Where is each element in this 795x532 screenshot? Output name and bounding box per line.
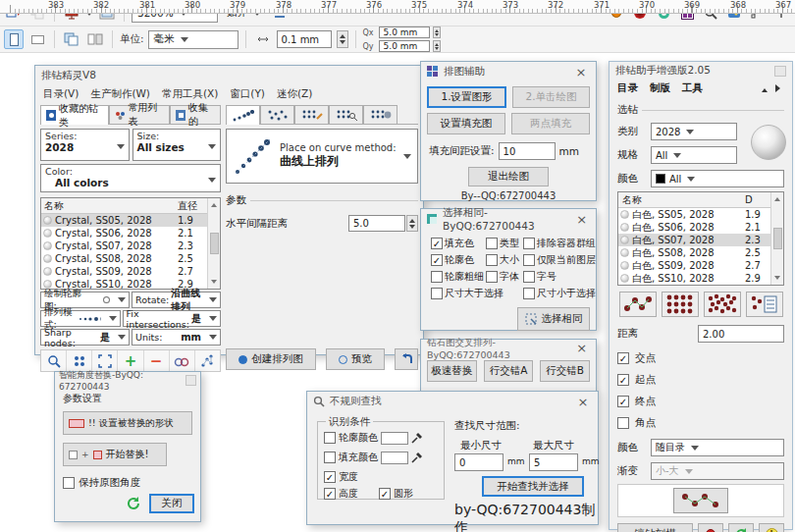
check-current-layer[interactable]: 仅限当前图层 xyxy=(523,253,596,267)
spec-combo[interactable]: All xyxy=(651,146,737,164)
fill-dots-mode-button[interactable] xyxy=(704,292,741,317)
unit-combo[interactable]: 毫米 xyxy=(148,30,238,49)
spacing-field[interactable]: 5.0 xyxy=(348,215,405,232)
dots-list-mode-button[interactable] xyxy=(746,292,783,317)
min-size-field[interactable]: 0 xyxy=(454,453,504,471)
tab-grid-edit-arrange[interactable] xyxy=(294,105,329,124)
table-row[interactable]: Crystal, SS07, 20282.3 xyxy=(41,239,207,252)
menu-item-window[interactable]: 窗口(Y) xyxy=(230,87,265,101)
set-fill-button[interactable]: 设置填充图 xyxy=(427,113,505,134)
checkbox[interactable] xyxy=(617,417,629,429)
checkbox[interactable] xyxy=(324,432,336,444)
checkbox[interactable] xyxy=(617,396,629,407)
close-icon[interactable] xyxy=(186,375,196,386)
check-fill-color[interactable]: 填充色 xyxy=(431,237,474,250)
dot-color-combo[interactable]: 随目录 xyxy=(651,439,784,456)
checkbox[interactable] xyxy=(431,238,443,249)
grid-dots-mode-button[interactable] xyxy=(662,292,699,317)
checkbox[interactable] xyxy=(523,288,535,299)
checkbox[interactable] xyxy=(617,374,629,386)
refresh-icon[interactable] xyxy=(126,497,141,510)
nudge-field[interactable]: 0.1 mm xyxy=(277,30,332,48)
table-header[interactable]: 名称 直径 xyxy=(41,198,207,214)
check-font-size[interactable]: 字号 xyxy=(523,270,556,284)
tab-favorite-drills[interactable]: 收藏的钻类 xyxy=(40,105,109,125)
check-larger-than[interactable]: 尺寸大于选择 xyxy=(431,287,504,300)
warning-button[interactable]: ! xyxy=(759,523,784,532)
check-fill-color[interactable]: 填充颜色 xyxy=(324,451,422,464)
duplicate-y-field[interactable]: 5.0 mm xyxy=(379,40,430,52)
menu-item-production[interactable]: 生产制作(W) xyxy=(90,87,150,101)
check-height[interactable]: 高度 xyxy=(324,487,358,501)
curve-dots-mode-button[interactable] xyxy=(619,292,657,317)
table-scrollbar[interactable] xyxy=(770,192,783,285)
table-header[interactable]: 名称 D xyxy=(618,192,770,208)
units-combo[interactable]: Units:mm xyxy=(132,329,221,346)
color-combo[interactable]: All xyxy=(651,170,784,187)
menu-item-tools[interactable]: 工具 xyxy=(682,81,703,95)
place-method-combo[interactable]: Place on curve method: 曲线上排列 xyxy=(226,129,418,184)
check-outline-color[interactable]: 轮廓颜色 xyxy=(324,431,422,445)
table-row[interactable]: 白色, SS08, 20282.5 xyxy=(618,246,770,259)
collapse-icon[interactable] xyxy=(762,85,768,92)
portrait-page-button[interactable] xyxy=(4,29,24,49)
check-outline-width[interactable]: 轮廓粗细 xyxy=(431,270,484,284)
create-arrangement-button[interactable]: 创建排列图 xyxy=(226,348,316,370)
checkbox[interactable] xyxy=(486,271,498,283)
check-type[interactable]: 类型 xyxy=(486,237,519,250)
panel-menu-box[interactable] xyxy=(774,66,786,77)
ruler-horizontal[interactable]: 383 382 381 380 379 378 377 376 375 374 … xyxy=(0,0,795,14)
table-row[interactable]: 白色, SS07, 20282.3 xyxy=(618,234,770,246)
nudge-spinner[interactable] xyxy=(337,30,348,48)
checkbox[interactable] xyxy=(617,352,629,364)
checkbox[interactable] xyxy=(486,254,498,266)
set-replaced-shape-button[interactable]: !! 设置被替换的形状 xyxy=(63,411,192,435)
menu-item-plate[interactable]: 制版 xyxy=(650,81,670,95)
preview-thumbnail[interactable] xyxy=(673,488,728,513)
check-smaller-than[interactable]: 尺寸小于选择 xyxy=(523,287,596,300)
scroll-up-icon[interactable] xyxy=(774,194,780,201)
check-circle[interactable]: 圆形 xyxy=(379,487,413,501)
checkbox[interactable] xyxy=(523,271,535,283)
undo-button[interactable] xyxy=(395,348,418,370)
tab-grid-fill-arrange[interactable] xyxy=(363,105,398,124)
cascade-pages-icon[interactable] xyxy=(62,29,81,49)
gradient-combo[interactable]: 小-大 xyxy=(651,462,784,480)
outline-color-field[interactable] xyxy=(381,432,408,445)
start-replace-button[interactable]: + 开始替换! xyxy=(63,443,167,466)
sharp-nodes-combo[interactable]: Sharp nodes:是 xyxy=(40,329,130,346)
inlay-mold-button[interactable]: 镶钻刻模 xyxy=(617,523,693,532)
row-stagger-b-button[interactable]: 行交错B xyxy=(540,360,590,382)
checkbox[interactable] xyxy=(431,271,443,283)
expand-icon[interactable] xyxy=(775,84,784,92)
check-size[interactable]: 大小 xyxy=(486,253,519,267)
table-row[interactable]: Crystal, SS05, 20281.9 xyxy=(41,214,207,227)
close-button[interactable]: 关闭 xyxy=(149,494,194,513)
series-combo[interactable]: Series: 2028 xyxy=(40,129,130,161)
exit-draw-button[interactable]: 退出绘图 xyxy=(468,167,549,186)
two-point-fill-button[interactable]: 两点填充 xyxy=(511,113,590,134)
check-start-point[interactable]: 起点 xyxy=(610,373,792,387)
table-row[interactable]: Crystal, SS06, 20282.1 xyxy=(41,227,207,239)
close-icon[interactable]: × xyxy=(573,211,590,227)
check-corner-point[interactable]: 角点 xyxy=(610,416,792,430)
tile-pages-icon[interactable] xyxy=(85,29,105,49)
table-row[interactable]: 白色, SS05, 20281.9 xyxy=(618,208,770,221)
tab-grid-find-arrange[interactable] xyxy=(329,105,363,124)
eyedropper-icon[interactable] xyxy=(411,433,422,444)
checkbox[interactable] xyxy=(324,452,336,463)
tab-collected[interactable]: 收集的 xyxy=(170,105,221,124)
table-row[interactable]: 白色, SS06, 20282.1 xyxy=(618,221,770,234)
scroll-up-icon[interactable] xyxy=(211,200,217,207)
quick-replace-button[interactable]: 极速替换 xyxy=(427,360,477,382)
checkbox[interactable] xyxy=(486,238,498,249)
tab-common-list[interactable]: 常用列表 xyxy=(109,105,169,124)
scatter-button[interactable] xyxy=(195,350,220,371)
check-font[interactable]: 字体 xyxy=(486,270,519,284)
max-size-field[interactable]: 5 xyxy=(529,453,578,471)
checkbox[interactable] xyxy=(63,477,75,489)
menu-item-tools[interactable]: 常用工具(X) xyxy=(162,87,218,101)
checkbox[interactable] xyxy=(324,471,336,483)
row-stagger-a-button[interactable]: 行交错A xyxy=(484,360,534,382)
window-titlebar[interactable]: 钻石图交叉排列-ByQQ:672700443 × xyxy=(421,340,596,356)
